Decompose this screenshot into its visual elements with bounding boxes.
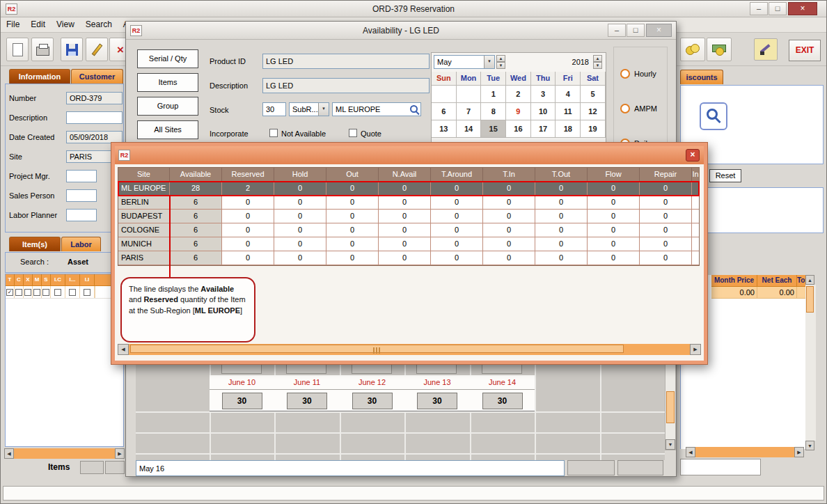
date-cell[interactable]: 3 bbox=[531, 86, 556, 103]
date-cell[interactable]: 2 bbox=[506, 86, 531, 103]
date-cell[interactable]: 19 bbox=[581, 120, 606, 138]
date-cell[interactable]: 13 bbox=[432, 120, 457, 138]
field-description-input[interactable] bbox=[66, 111, 123, 124]
items-button[interactable]: Items bbox=[137, 73, 198, 92]
price-h-scrollbar[interactable]: ◀ ▶ bbox=[686, 447, 804, 457]
spin-down-icon[interactable]: ▼ bbox=[593, 62, 602, 69]
availability-day-button[interactable]: 30 bbox=[222, 393, 262, 409]
sku-row-munich[interactable]: MUNICH 6 0 0 0 0 0 0 0 0 0 bbox=[118, 237, 699, 251]
sku-titlebar[interactable]: R2 SKU : LG LED May 16 × bbox=[115, 146, 704, 164]
field-project-mgr-input[interactable] bbox=[66, 170, 97, 182]
spin-up-icon[interactable]: ▲ bbox=[496, 55, 505, 62]
menu-file[interactable]: File bbox=[1, 17, 25, 31]
chevron-down-icon[interactable]: ▼ bbox=[484, 56, 494, 68]
scroll-down-icon[interactable]: ▼ bbox=[665, 439, 675, 450]
sku-h-scrollbar[interactable]: ◀ ▶ bbox=[118, 344, 701, 355]
availability-day-button[interactable]: 30 bbox=[352, 393, 393, 409]
grid-checkbox-ii[interactable] bbox=[84, 289, 90, 296]
grid-col-ic[interactable]: I.C bbox=[51, 274, 65, 286]
scrollbar-track[interactable] bbox=[695, 447, 794, 457]
sku-row-ml-europe[interactable]: ML EUROPE 28 2 0 0 0 0 0 0 0 0 bbox=[118, 182, 699, 196]
date-cell-today[interactable]: 9 bbox=[506, 103, 531, 120]
scroll-left-icon[interactable]: ◀ bbox=[118, 344, 129, 355]
save-button[interactable] bbox=[61, 38, 83, 61]
field-labor-planner-input[interactable] bbox=[66, 209, 97, 221]
region-search-icon[interactable] bbox=[410, 105, 418, 113]
footer-field-2[interactable] bbox=[617, 460, 663, 475]
grid-col-m[interactable]: M bbox=[33, 274, 42, 286]
grid-checkbox-s[interactable] bbox=[42, 289, 49, 296]
tab-customer[interactable]: Customer bbox=[71, 69, 123, 84]
exit-button[interactable]: EXIT bbox=[789, 40, 821, 61]
scroll-left-icon[interactable]: ◀ bbox=[4, 448, 14, 459]
grid-checkbox-ic[interactable] bbox=[54, 289, 61, 296]
availability-close-button[interactable]: × bbox=[646, 24, 672, 37]
tab-information[interactable]: Information bbox=[9, 69, 70, 84]
grid-checkbox-x[interactable] bbox=[24, 289, 31, 296]
date-cell-selected[interactable]: 15 bbox=[481, 120, 506, 138]
availability-minimize-button[interactable]: – bbox=[608, 24, 626, 37]
scrollbar-thumb[interactable] bbox=[806, 286, 814, 313]
col-header-reserved[interactable]: Reserved bbox=[222, 168, 274, 182]
scroll-right-icon[interactable]: ▶ bbox=[115, 448, 125, 459]
col-header-tin[interactable]: T.In bbox=[483, 168, 535, 182]
scrollbar-track[interactable] bbox=[129, 344, 690, 355]
col-header-taround[interactable]: T.Around bbox=[431, 168, 483, 182]
date-cell[interactable]: 1 bbox=[481, 86, 506, 103]
scrollbar-track[interactable] bbox=[805, 285, 816, 441]
date-cell[interactable]: 8 bbox=[481, 103, 506, 120]
chevron-down-icon[interactable]: ▼ bbox=[318, 103, 329, 116]
tab-labor[interactable]: Labor bbox=[61, 237, 101, 251]
date-cell[interactable]: 4 bbox=[556, 86, 581, 103]
date-cell[interactable]: 6 bbox=[432, 103, 457, 120]
customer-search-button[interactable] bbox=[700, 102, 727, 130]
items-field-2[interactable] bbox=[105, 461, 125, 474]
stock-input[interactable]: 30 bbox=[262, 102, 286, 116]
date-cell[interactable]: 17 bbox=[531, 120, 556, 138]
sku-row-berlin[interactable]: BERLIN 6 0 0 0 0 0 0 0 0 0 bbox=[118, 196, 699, 210]
col-header-hold[interactable]: Hold bbox=[274, 168, 326, 182]
grid-checkbox-t-checked[interactable]: ✓ bbox=[6, 289, 13, 296]
search-value[interactable]: Asset bbox=[68, 258, 88, 266]
col-header-site[interactable]: Site bbox=[118, 168, 170, 182]
print-button[interactable] bbox=[31, 38, 54, 61]
date-cell[interactable] bbox=[457, 86, 482, 103]
main-minimize-button[interactable]: – bbox=[750, 2, 768, 15]
grid-col-t[interactable]: T bbox=[6, 274, 15, 286]
grid-checkbox-i1[interactable] bbox=[69, 289, 76, 296]
items-h-scrollbar[interactable]: ◀ ▶ bbox=[4, 448, 125, 459]
col-month-price[interactable]: Month Price bbox=[711, 275, 757, 287]
quote-checkbox[interactable] bbox=[349, 129, 357, 137]
product-id-input[interactable]: LG LED bbox=[262, 54, 430, 69]
grid-checkbox-m[interactable] bbox=[33, 289, 40, 296]
grid-col-x[interactable]: X bbox=[24, 274, 33, 286]
region-mode-dropdown[interactable]: SubR... ▼ bbox=[289, 102, 329, 116]
money-button[interactable] bbox=[680, 38, 705, 61]
tab-discounts[interactable]: iscounts bbox=[680, 70, 723, 84]
group-button[interactable]: Group bbox=[137, 97, 198, 116]
notes-button[interactable] bbox=[754, 38, 778, 61]
date-cell[interactable]: 12 bbox=[581, 103, 606, 120]
scroll-left-icon[interactable]: ◀ bbox=[686, 447, 695, 457]
field-number-input[interactable]: ORD-379 bbox=[66, 92, 123, 104]
grid-col-i1[interactable]: I... bbox=[65, 274, 80, 286]
col-header-flow[interactable]: Flow bbox=[588, 168, 640, 182]
sku-row-paris[interactable]: PARIS 6 0 0 0 0 0 0 0 0 0 bbox=[118, 251, 699, 265]
reset-button[interactable]: Reset bbox=[709, 169, 741, 182]
year-spinner[interactable]: ▲ ▼ bbox=[593, 55, 602, 69]
field-date-created-input[interactable]: 05/09/2018 bbox=[66, 131, 123, 143]
tab-items[interactable]: Item(s) bbox=[9, 237, 61, 251]
month-spinner[interactable]: ▲ ▼ bbox=[496, 55, 505, 69]
year-value[interactable]: 2018 bbox=[550, 58, 589, 66]
col-net-each[interactable]: Net Each bbox=[757, 275, 797, 287]
price-value-row[interactable]: 0.00 0.00 bbox=[711, 287, 806, 299]
col-header-tout[interactable]: T.Out bbox=[535, 168, 588, 182]
mode-hourly-radio[interactable] bbox=[620, 69, 630, 79]
sku-row-budapest[interactable]: BUDAPEST 6 0 0 0 0 0 0 0 0 0 bbox=[118, 210, 699, 223]
cash-button[interactable] bbox=[707, 38, 732, 61]
scroll-right-icon[interactable]: ▶ bbox=[690, 344, 701, 355]
serial-qty-button[interactable]: Serial / Qty bbox=[137, 49, 198, 68]
not-available-checkbox[interactable] bbox=[269, 129, 278, 137]
grid-col-ii[interactable]: I.I bbox=[80, 274, 95, 286]
region-input[interactable]: ML EUROPE bbox=[332, 102, 421, 116]
